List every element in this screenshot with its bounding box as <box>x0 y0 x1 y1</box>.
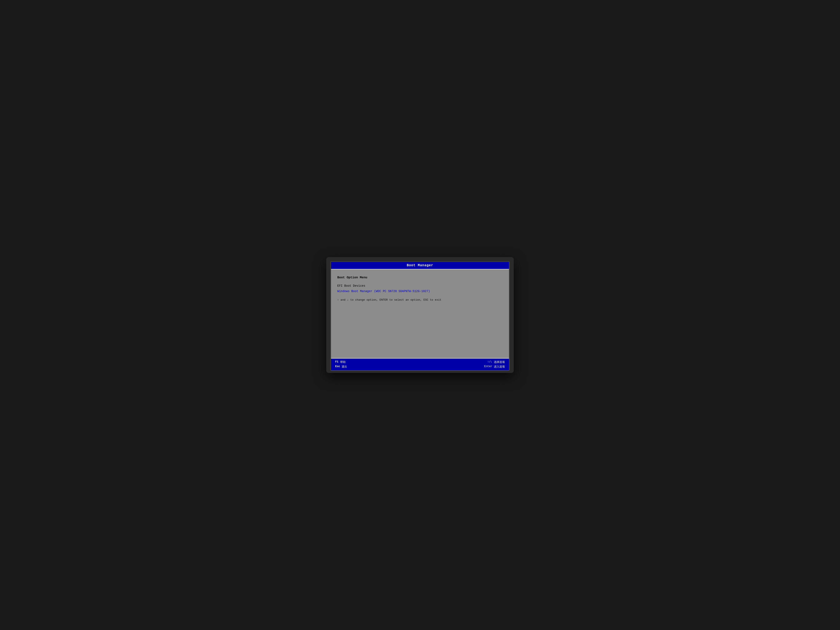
footer-right: ↑/↓ 选择选项 Enter 进入选项 <box>484 360 505 368</box>
efi-section-label: EFI Boot Devices <box>337 284 503 288</box>
screen: Boot Manager Boot Option Menu EFI Boot D… <box>330 261 510 371</box>
footer-f1-item: F1 帮助 <box>335 360 347 364</box>
title-bar: Boot Manager <box>331 262 509 269</box>
footer-bar: F1 帮助 Esc 退出 ↑/↓ 选择选项 Enter 进入选 <box>331 358 509 370</box>
f1-label: 帮助 <box>340 360 346 364</box>
arrows-key: ↑/↓ <box>488 360 492 364</box>
windows-boot-item[interactable]: Windows Boot Manager (WDC PC SN720 SDAPN… <box>337 289 503 294</box>
empty-area <box>337 302 503 344</box>
footer-left: F1 帮助 Esc 退出 <box>335 360 347 368</box>
bios-container: Boot Manager Boot Option Menu EFI Boot D… <box>331 262 509 370</box>
enter-label: 进入选项 <box>494 365 505 368</box>
esc-label: 退出 <box>342 365 347 368</box>
arrows-label: 选择选项 <box>494 360 505 364</box>
f1-key: F1 <box>335 360 338 364</box>
footer-arrows-item: ↑/↓ 选择选项 <box>488 360 505 364</box>
laptop-frame: Boot Manager Boot Option Menu EFI Boot D… <box>326 257 514 373</box>
navigation-hint: ↑ and ↓ to change option, ENTER to selec… <box>337 298 503 302</box>
main-content: Boot Option Menu EFI Boot Devices Window… <box>331 269 509 358</box>
footer-esc-item: Esc 退出 <box>335 365 347 368</box>
esc-key: Esc <box>335 365 340 368</box>
boot-option-menu-label: Boot Option Menu <box>337 275 503 280</box>
enter-key: Enter <box>484 365 492 368</box>
title-text: Boot Manager <box>407 264 433 267</box>
footer-enter-item: Enter 进入选项 <box>484 365 505 368</box>
